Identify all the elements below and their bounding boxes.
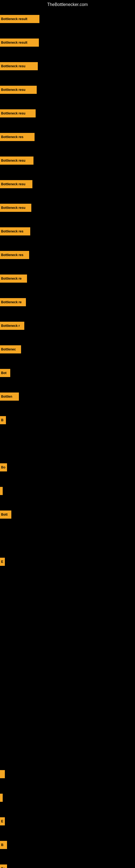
bottleneck-label: Bo xyxy=(1,867,5,868)
bottleneck-bar: Bottleneck re xyxy=(0,275,27,283)
bottleneck-bar: Bottleneck resu xyxy=(0,86,37,94)
bottleneck-bar: Bottleneck res xyxy=(0,133,35,141)
bottleneck-label: Bo xyxy=(1,465,5,469)
bottleneck-bar xyxy=(0,794,3,802)
bottleneck-bar: Bottlen xyxy=(0,393,19,401)
bottleneck-label: Bottleneck resu xyxy=(1,112,26,115)
bottleneck-label: Bottleneck result xyxy=(1,41,27,44)
bottleneck-label: Bottleneck res xyxy=(1,229,24,233)
bottleneck-label: Bottleneck resu xyxy=(1,159,26,162)
bottleneck-bar: Bottleneck resu xyxy=(0,62,38,70)
bottleneck-label: Bottleneck res xyxy=(1,253,24,257)
site-title: TheBottlenecker.com xyxy=(0,0,135,9)
bottleneck-bar: Bottleneck result xyxy=(0,15,39,23)
bottleneck-label: Bottleneck res xyxy=(1,135,24,139)
bottleneck-bar: Bottleneck res xyxy=(0,251,29,259)
bottleneck-label: Bottleneck resu xyxy=(1,64,26,68)
bottleneck-bar: Bottleneck resu xyxy=(0,109,36,118)
bottleneck-bar: E xyxy=(0,558,5,566)
bottleneck-label: Bottleneck resu xyxy=(1,182,26,186)
bottleneck-label: Bottleneck r xyxy=(1,324,20,328)
bottleneck-label: E xyxy=(1,560,3,564)
bottleneck-bar: Bot xyxy=(0,369,10,377)
bottleneck-label: Bott xyxy=(1,513,8,517)
bottleneck-bar: Bo xyxy=(0,865,7,868)
bottleneck-bar: Bottleneck resu xyxy=(0,156,34,165)
bottleneck-label: Bottleneck result xyxy=(1,17,27,21)
bottleneck-bar: Bottlenec xyxy=(0,345,21,353)
bottleneck-label: E xyxy=(1,819,3,823)
bottleneck-bar: Bo xyxy=(0,463,7,471)
bottleneck-label: Bottlenec xyxy=(1,347,16,351)
bottleneck-bar: B xyxy=(0,841,7,849)
bottleneck-bar: Bottleneck resu xyxy=(0,180,32,188)
bottleneck-label: B xyxy=(1,418,3,422)
bottleneck-bar: Bottleneck res xyxy=(0,227,30,236)
bottleneck-label: Bottleneck resu xyxy=(1,88,26,92)
bottleneck-bar: Bottleneck result xyxy=(0,38,39,46)
bottleneck-label: Bottleneck re xyxy=(1,277,21,280)
bottleneck-bar xyxy=(0,487,3,495)
bottleneck-bar: Bottleneck resu xyxy=(0,204,31,212)
bottleneck-label: Bottleneck resu xyxy=(1,206,26,210)
bottleneck-label: Bot xyxy=(1,371,6,375)
bottleneck-bar: Bottleneck r xyxy=(0,322,24,330)
bottleneck-bar xyxy=(0,770,5,778)
bottleneck-label: Bottleneck re xyxy=(1,300,21,304)
bottleneck-bar: B xyxy=(0,416,6,424)
bottleneck-label: B xyxy=(1,843,3,847)
bottleneck-bar: Bottleneck re xyxy=(0,298,26,306)
bottleneck-bar: E xyxy=(0,817,5,826)
bottleneck-bar: Bott xyxy=(0,510,11,519)
bottleneck-label: Bottlen xyxy=(1,395,12,399)
